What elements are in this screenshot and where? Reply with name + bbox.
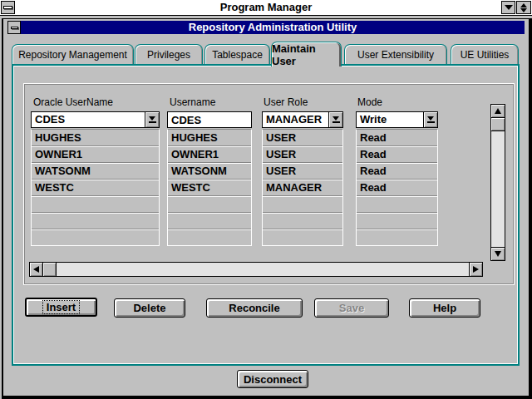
oracle-username-combobox[interactable]: CDES [31, 111, 160, 128]
tab-tablespace[interactable]: Tablespace [204, 44, 270, 64]
program-manager-restore-button[interactable] [516, 1, 531, 14]
grid-cell[interactable]: HUGHES [32, 130, 159, 145]
grid-cell[interactable]: OWNER1 [168, 145, 251, 162]
tab-repository-management[interactable]: Repository Management [12, 44, 134, 64]
tab-ue-utilities[interactable]: UE Utilities [451, 44, 519, 64]
program-manager-control-menu-button[interactable] [1, 1, 15, 14]
grid-cell[interactable] [357, 229, 437, 245]
app-control-menu-button[interactable] [7, 21, 21, 34]
grid-cell[interactable]: WATSONM [168, 162, 251, 179]
vertical-scrollbar-thumb[interactable] [490, 117, 505, 131]
scroll-left-button[interactable] [29, 262, 43, 277]
column-header-oracle-username: Oracle UserName [33, 96, 113, 108]
grid-cell[interactable] [168, 229, 251, 245]
combo-arrow-icon [427, 116, 434, 121]
combo-arrow-icon [332, 116, 339, 121]
scroll-down-button[interactable] [490, 247, 505, 261]
grid-cell[interactable] [168, 195, 251, 212]
grid-cell[interactable]: WESTC [168, 179, 251, 195]
grid-cell[interactable] [32, 195, 159, 212]
program-manager-minimize-button[interactable] [501, 1, 515, 14]
grid-cell[interactable] [263, 212, 342, 229]
restore-down-icon [520, 8, 527, 12]
user-role-combobox[interactable]: MANAGER [262, 111, 343, 128]
grid-cell[interactable] [263, 195, 342, 212]
minimize-icon [505, 5, 513, 10]
scroll-right-button[interactable] [469, 262, 483, 277]
scroll-down-icon [495, 251, 501, 257]
grid-cell[interactable]: WESTC [32, 179, 159, 195]
column-header-username: Username [170, 96, 215, 108]
grid-cell[interactable]: HUGHES [168, 130, 251, 145]
insert-button-label: Insert [42, 300, 80, 314]
username-column-rows: HUGHES OWNER1 WATSONM WESTC [167, 129, 252, 246]
grid-cell[interactable]: Read [357, 130, 437, 145]
oracle-username-value: CDES [32, 112, 159, 127]
tab-user-extensibility[interactable]: User Extensibility [344, 44, 447, 64]
mode-combobox[interactable]: Write [356, 111, 438, 128]
disconnect-button[interactable]: Disconnect [237, 370, 308, 388]
grid-cell[interactable]: Read [357, 179, 437, 195]
restore-up-icon [520, 3, 527, 7]
grid-cell[interactable]: USER [263, 162, 342, 179]
control-menu-icon [11, 27, 18, 29]
screen: Program Manager Repository Administratio… [0, 0, 532, 399]
user-role-column-rows: USER USER USER MANAGER [262, 129, 343, 246]
grid-cell[interactable]: OWNER1 [32, 145, 159, 162]
grid-cell[interactable]: WATSONM [32, 162, 159, 179]
column-header-mode: Mode [357, 96, 382, 108]
combo-arrow-underline-icon [427, 121, 435, 123]
help-button[interactable]: Help [409, 298, 480, 318]
grid-cell[interactable]: MANAGER [263, 179, 342, 195]
user-role-dropdown-button[interactable] [328, 112, 342, 127]
grid-cell[interactable]: Read [357, 162, 437, 179]
tab-privileges[interactable]: Privileges [135, 44, 203, 64]
app-titlebar[interactable]: Repository Administration Utility [21, 21, 525, 34]
scroll-up-icon [495, 108, 501, 114]
combo-arrow-underline-icon [332, 121, 340, 123]
column-header-user-role: User Role [264, 96, 308, 108]
mode-dropdown-button[interactable] [423, 112, 437, 127]
grid-cell[interactable]: USER [263, 145, 342, 162]
combo-arrow-underline-icon [149, 121, 156, 123]
grid-cell[interactable]: USER [263, 130, 342, 145]
delete-button[interactable]: Delete [114, 298, 185, 318]
program-manager-title: Program Manager [0, 0, 532, 15]
grid-cell[interactable]: Read [357, 145, 437, 162]
scroll-left-icon [33, 266, 39, 273]
vertical-scrollbar[interactable] [490, 104, 505, 261]
scroll-up-button[interactable] [490, 104, 505, 118]
grid-cell[interactable] [263, 229, 342, 245]
oracle-username-column-rows: HUGHES OWNER1 WATSONM WESTC [31, 129, 160, 246]
control-menu-icon [3, 6, 12, 9]
reconcile-button[interactable]: Reconcile [206, 298, 303, 318]
grid-cell[interactable] [32, 229, 159, 245]
oracle-username-dropdown-button[interactable] [145, 112, 159, 127]
insert-button[interactable]: Insert [25, 298, 97, 317]
combo-arrow-icon [149, 116, 155, 121]
grid-cell[interactable] [357, 212, 437, 229]
tab-maintain-user[interactable]: Maintain User [271, 42, 342, 66]
grid-cell[interactable] [32, 212, 159, 229]
username-field[interactable] [167, 111, 252, 128]
grid-cell[interactable] [357, 195, 437, 212]
horizontal-scrollbar[interactable] [29, 262, 483, 277]
scroll-right-icon [473, 266, 479, 273]
save-button[interactable]: Save [314, 298, 389, 318]
horizontal-scrollbar-thumb[interactable] [42, 262, 57, 277]
mode-column-rows: Read Read Read Read [356, 129, 438, 246]
grid-cell[interactable] [168, 212, 251, 229]
